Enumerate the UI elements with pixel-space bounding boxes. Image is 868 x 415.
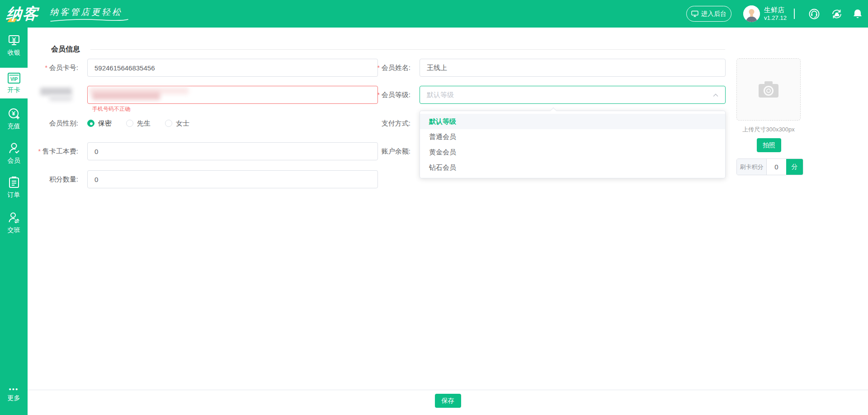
bell-icon[interactable] xyxy=(852,8,863,20)
gender-radio-ms[interactable]: 女士 xyxy=(165,119,189,128)
sidebar-item-label: 充值 xyxy=(8,122,20,131)
member-form-panel: 会员信息 *会员卡号: *会员姓名: 手机号码不正确 *会员等级: 默认等级 会… xyxy=(28,28,868,415)
member-level-placeholder: 默认等级 xyxy=(427,86,454,103)
phone-error-text: 手机号码不正确 xyxy=(92,105,130,113)
sidebar-item-cashier[interactable]: 收银 xyxy=(0,34,28,59)
sidebar-item-label: 交班 xyxy=(8,226,20,234)
dropdown-option-gold[interactable]: 黄金会员 xyxy=(420,145,725,160)
brand-tagline: 纳客管店更轻松 xyxy=(50,6,123,18)
swipe-points-input[interactable] xyxy=(767,159,786,175)
section-title: 会员信息 xyxy=(51,45,80,54)
radio-unchecked-icon xyxy=(165,120,172,127)
chevron-up-icon xyxy=(712,92,719,98)
dropdown-option-diamond[interactable]: 钻石会员 xyxy=(420,160,725,175)
monitor-icon xyxy=(691,10,698,17)
dropdown-option-default[interactable]: 默认等级 xyxy=(420,114,725,129)
topbar-divider xyxy=(794,9,795,19)
swipe-points-unit-button[interactable]: 分 xyxy=(786,159,803,175)
gender-radio-secret[interactable]: 保密 xyxy=(87,119,112,128)
account-info[interactable]: 生鲜店 v1.27.12 xyxy=(743,5,787,22)
swipe-points-label: 刷卡积分 xyxy=(737,159,767,175)
sidebar-item-label: 会员 xyxy=(8,157,20,165)
sidebar-nav: 收银 VIP 开卡 充值 会员 订单 xyxy=(0,28,28,415)
shift-icon xyxy=(8,211,20,224)
shop-meta: 生鲜店 v1.27.12 xyxy=(764,6,787,22)
card-no-input[interactable] xyxy=(87,59,378,77)
avatar xyxy=(743,5,760,22)
shop-name: 生鲜店 xyxy=(764,6,787,14)
phone-input[interactable] xyxy=(87,86,378,104)
member-level-label: *会员等级: xyxy=(352,86,410,104)
recharge-icon xyxy=(8,107,20,120)
member-name-input[interactable] xyxy=(420,59,726,77)
vip-card-icon: VIP xyxy=(7,72,21,84)
brand-logo: 纳客 纳客管店更轻松 xyxy=(6,4,123,23)
dropdown-option-normal[interactable]: 普通会员 xyxy=(420,129,725,145)
sidebar-item-members[interactable]: 会员 xyxy=(0,142,28,167)
card-no-label: *会员卡号: xyxy=(19,59,78,77)
sidebar-item-orders[interactable]: 订单 xyxy=(0,176,28,201)
sidebar-item-label: 更多 xyxy=(8,394,20,402)
sidebar-item-label: 收银 xyxy=(8,49,20,57)
points-input[interactable] xyxy=(87,170,378,188)
pay-method-label: 支付方式: xyxy=(352,114,410,132)
gender-label: 会员性别: xyxy=(19,114,78,132)
member-name-label: *会员姓名: xyxy=(352,59,410,77)
customer-service-icon[interactable] xyxy=(808,8,820,20)
sidebar-item-label: 开卡 xyxy=(8,86,20,94)
card-fee-label: *售卡工本费: xyxy=(19,142,78,160)
card-fee-input[interactable] xyxy=(87,142,378,160)
radio-checked-icon xyxy=(87,120,94,127)
more-dots-icon: ••• xyxy=(9,387,19,392)
dropdown-arrow xyxy=(550,107,557,114)
points-label: 积分数量: xyxy=(19,170,78,188)
take-photo-button[interactable]: 拍照 xyxy=(757,138,781,152)
member-icon xyxy=(8,142,20,154)
photo-upload-box[interactable] xyxy=(736,58,801,121)
upload-size-hint: 上传尺寸300x300px xyxy=(727,126,810,134)
app-version: v1.27.12 xyxy=(764,14,787,22)
camera-icon xyxy=(758,81,779,98)
sidebar-item-label: 订单 xyxy=(8,191,20,199)
sidebar-item-shift[interactable]: 交班 xyxy=(0,211,28,237)
enter-backend-button[interactable]: 进入后台 xyxy=(686,6,731,22)
order-icon xyxy=(8,176,20,189)
member-level-dropdown: 默认等级 普通会员 黄金会员 钻石会员 xyxy=(420,111,726,178)
brand-text: 纳客 xyxy=(5,4,39,23)
cashier-icon xyxy=(8,34,20,47)
gender-radio-group: 保密 先生 女士 xyxy=(87,114,204,132)
sidebar-item-open-card[interactable]: VIP 开卡 xyxy=(0,68,28,98)
balance-label: 账户余额: xyxy=(352,142,410,160)
svg-text:VIP: VIP xyxy=(10,77,17,82)
sidebar-item-more[interactable]: ••• 更多 xyxy=(0,387,28,410)
save-button[interactable]: 保存 xyxy=(435,394,461,408)
gender-radio-mr[interactable]: 先生 xyxy=(126,119,151,128)
swipe-points-group: 刷卡积分 分 xyxy=(736,159,803,175)
topbar: 纳客 纳客管店更轻松 进入后台 生鲜店 v1.27.12 xyxy=(0,0,868,28)
section-divider xyxy=(90,49,725,50)
tagline-swoosh xyxy=(50,18,129,23)
sidebar-item-recharge[interactable]: 充值 xyxy=(0,107,28,133)
sync-icon[interactable] xyxy=(831,8,843,20)
member-level-select[interactable]: 默认等级 xyxy=(420,86,726,104)
footer-divider xyxy=(28,390,868,390)
radio-unchecked-icon xyxy=(126,120,133,127)
